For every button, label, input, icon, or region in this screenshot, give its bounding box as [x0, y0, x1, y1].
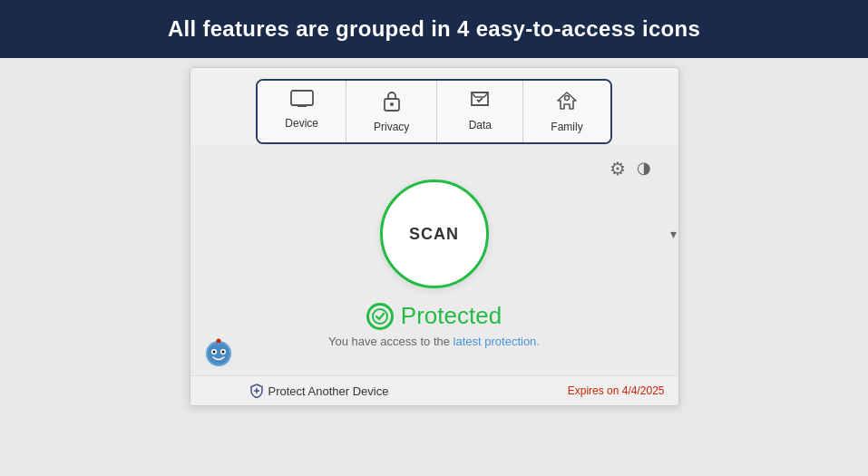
device-tab-label: Device: [285, 117, 318, 130]
outer-container: All features are grouped in 4 easy-to-ac…: [0, 0, 868, 476]
svg-point-8: [208, 343, 229, 364]
status-area: Protected You have access to the latest …: [209, 302, 660, 348]
app-window: Device Privacy: [190, 67, 679, 406]
scan-dropdown-arrow[interactable]: ▾: [670, 227, 677, 241]
timer-icon[interactable]: ◑: [637, 158, 651, 180]
svg-point-12: [221, 351, 224, 354]
protected-row: Protected: [366, 302, 502, 330]
device-icon: [290, 90, 314, 113]
nav-tabs: Device Privacy: [256, 79, 611, 144]
expires-label: Expires on 4/4/2025: [568, 384, 665, 397]
check-icon: [366, 303, 394, 330]
latest-protection-link[interactable]: latest protection.: [454, 335, 540, 348]
data-icon: [469, 90, 491, 115]
tab-data[interactable]: Data: [437, 81, 523, 142]
sub-text: You have access to the latest protection…: [328, 335, 540, 348]
svg-point-11: [212, 351, 215, 354]
protect-device-btn[interactable]: Protect Another Device: [249, 384, 389, 398]
protect-device-label: Protect Another Device: [268, 384, 389, 398]
shield-plus-icon: [249, 384, 264, 398]
robot-mascot: [200, 334, 238, 375]
svg-point-13: [216, 339, 220, 344]
tab-device[interactable]: Device: [258, 81, 346, 142]
tab-family[interactable]: Family: [523, 81, 610, 142]
scan-label: SCAN: [409, 225, 459, 244]
family-tab-label: Family: [551, 121, 582, 133]
privacy-tab-label: Privacy: [374, 121, 409, 133]
svg-point-5: [565, 96, 570, 101]
top-banner: All features are grouped in 4 easy-to-ac…: [0, 0, 868, 58]
data-tab-label: Data: [469, 119, 492, 131]
sub-text-prefix: You have access to the: [328, 335, 454, 348]
svg-rect-0: [291, 91, 313, 105]
svg-point-6: [373, 309, 387, 324]
svg-point-4: [390, 102, 394, 106]
scan-area: SCAN ▾: [209, 180, 660, 288]
scan-button[interactable]: SCAN: [380, 180, 489, 288]
nav-tabs-container: Device Privacy: [190, 68, 678, 144]
settings-icon[interactable]: ⚙: [610, 158, 626, 180]
top-controls: ⚙ ◑: [209, 158, 660, 180]
tab-privacy[interactable]: Privacy: [346, 81, 437, 142]
family-icon: [555, 90, 579, 117]
bottom-bar: Protect Another Device Expires on 4/4/20…: [190, 375, 678, 405]
protected-label: Protected: [401, 302, 502, 330]
content-bg: ⚙ ◑ SCAN ▾ Prot: [190, 144, 678, 375]
privacy-icon: [382, 90, 402, 117]
banner-text: All features are grouped in 4 easy-to-ac…: [27, 16, 841, 42]
